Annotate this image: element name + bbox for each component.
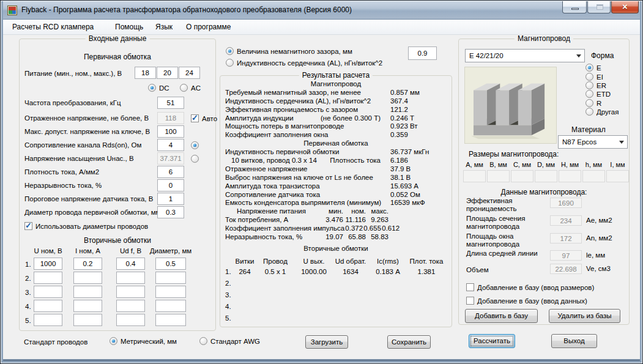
add-to-db-data-checkbox[interactable]: Добавление в базу (ввод данных) <box>466 296 587 305</box>
supply-min-input[interactable] <box>135 67 156 79</box>
e-core-illustration <box>465 67 556 143</box>
dim-input-h2[interactable] <box>582 170 605 182</box>
add-to-db-button[interactable]: Добавить в базу <box>465 309 538 323</box>
secondary-udf-input[interactable] <box>116 286 145 298</box>
auto-checkbox[interactable]: Авто <box>191 114 217 123</box>
secondary-u-input[interactable] <box>34 314 62 326</box>
exit-button[interactable]: Выход <box>551 334 597 348</box>
window-bottom-border <box>1 359 642 363</box>
row-number: 3. <box>25 289 31 296</box>
secondary-udf-input[interactable] <box>116 258 145 270</box>
primary-wire-diameter-input[interactable] <box>157 206 184 218</box>
rds-on-input[interactable] <box>157 139 184 151</box>
gap-size-radio-circle <box>226 47 234 55</box>
frequency-input[interactable] <box>157 97 184 109</box>
secondary-udf-input[interactable] <box>116 314 145 326</box>
dim-input-c[interactable] <box>511 170 533 182</box>
menu-language[interactable]: Язык <box>152 20 176 34</box>
secondary-i-input[interactable] <box>73 272 102 284</box>
secondary-u-input[interactable] <box>34 272 62 284</box>
secondary-i-input[interactable] <box>73 258 102 270</box>
core-select[interactable]: E 42/21/20 <box>465 49 585 62</box>
core-data-label: Данные магнитопровода: <box>459 188 629 196</box>
secondary-u-input[interactable] <box>34 300 62 312</box>
material-select[interactable]: N87 Epcos <box>558 135 628 149</box>
row-number: 1. <box>25 261 31 268</box>
gap-size-radio[interactable]: Величина немагнитного зазора, мм <box>226 46 352 56</box>
use-diameters-checkbox[interactable]: Использовать диаметры проводов <box>24 221 148 231</box>
delete-from-db-button[interactable]: Удалить из базы <box>549 309 620 323</box>
secondary-results-row: 3. <box>225 289 447 301</box>
al-radio-circle <box>226 59 234 67</box>
core-data-row-label: Объем <box>466 266 551 274</box>
col-header-udf: Ud f, В <box>116 247 145 254</box>
dim-input-b[interactable] <box>487 170 510 182</box>
gap-value-input[interactable] <box>408 46 437 60</box>
supply-nom-input[interactable] <box>157 67 178 79</box>
minimize-button[interactable] <box>562 1 587 13</box>
supply-max-input[interactable] <box>179 67 200 79</box>
maximize-button[interactable] <box>587 1 611 13</box>
result-row: Эффективная проницаемость с зазором121.2 <box>225 106 447 114</box>
awg-radio[interactable]: Стандарт AWG <box>199 336 260 346</box>
ac-radio[interactable]: AC <box>180 83 201 92</box>
save-button[interactable]: Сохранить <box>387 335 431 349</box>
shape-radio-er[interactable]: ER <box>585 81 606 90</box>
results-primary-title: Первичная обмотка <box>225 139 447 148</box>
menu-rcd-calculations[interactable]: Расчеты RCD клампера <box>9 20 97 34</box>
secondary-d-input[interactable] <box>155 258 186 270</box>
result-row: Сопротивление датчика тока0.052 Ом <box>225 191 447 199</box>
current-density-input[interactable] <box>157 166 184 178</box>
menu-about[interactable]: О программе <box>182 20 234 34</box>
secondary-udf-input[interactable] <box>116 300 145 312</box>
wire-standard-label: Стандарт проводов <box>24 338 87 346</box>
dc-radio[interactable]: DC <box>148 83 169 92</box>
secondary-d-input[interactable] <box>155 314 186 326</box>
secondary-results-row: 5. <box>225 313 447 324</box>
close-button[interactable]: × <box>611 1 639 13</box>
shape-radio-etd[interactable]: ETD <box>585 89 611 98</box>
al-radio[interactable]: Индуктивность сердечника (AL), нГн/виток… <box>226 58 382 67</box>
secondary-results-row: 1. 264 0.5 x 1 1000.00 1634 0.183 А 1.38… <box>225 266 447 278</box>
secondary-i-input[interactable] <box>73 286 102 298</box>
param-row: Макс. допуст. напряжение на ключе, В <box>24 125 212 138</box>
material-label: Материал <box>571 125 606 134</box>
supply-table-row: Ток потребления, А 3.476 11.116 9.263 <box>225 216 447 225</box>
row-number: 5. <box>25 317 31 324</box>
shape-radio-r[interactable]: R <box>585 98 601 108</box>
supply-label: Питание (мин., ном., макс.), В <box>24 70 122 77</box>
results-body: Магнитопровод Требуемый немагнитный зазо… <box>220 76 452 327</box>
input-data-groupbox: Входные данные Первичная обмотка Питание… <box>19 39 216 331</box>
metric-radio[interactable]: Метрический, мм <box>110 336 177 346</box>
saturation-voltage-radio[interactable] <box>191 154 199 163</box>
rds-on-radio[interactable] <box>191 141 199 150</box>
dim-input-a[interactable] <box>463 170 486 182</box>
supply-table-row: Неразрывность тока, % 19.07 65.88 58.83 <box>225 233 447 242</box>
sense-threshold-input[interactable] <box>157 193 184 205</box>
mean-path-length-value <box>550 250 582 261</box>
secondary-i-input[interactable] <box>73 300 102 312</box>
result-row: Емкость конденсатора выпрямителя (миниму… <box>225 199 447 207</box>
secondary-u-input[interactable] <box>34 286 62 298</box>
secondary-i-input[interactable] <box>73 314 102 326</box>
shape-radio-ei[interactable]: EI <box>585 72 603 81</box>
load-button[interactable]: Загрузить <box>305 335 348 349</box>
dim-input-h1[interactable] <box>559 170 581 182</box>
calculate-button[interactable]: Рассчитать <box>469 334 515 348</box>
secondary-d-input[interactable] <box>155 286 186 298</box>
volume-value <box>550 264 582 274</box>
current-continuity-input[interactable] <box>157 179 184 191</box>
menu-help[interactable]: Помощь <box>111 20 147 34</box>
max-switch-voltage-input[interactable] <box>157 125 184 138</box>
shape-radio-e[interactable]: E <box>585 63 601 72</box>
dim-input-i[interactable] <box>606 170 629 182</box>
dim-input-d[interactable] <box>535 170 557 182</box>
menu-bar: Расчеты RCD клампера Помощь Язык О прогр… <box>1 20 642 35</box>
shape-radio-other[interactable]: Другая <box>585 107 619 116</box>
add-to-db-dims-checkbox[interactable]: Добавление в базу (ввод размеров) <box>466 283 594 292</box>
secondary-udf-input[interactable] <box>116 272 145 284</box>
reflected-voltage-input <box>157 112 184 124</box>
secondary-u-input[interactable] <box>34 258 62 270</box>
secondary-d-input[interactable] <box>155 300 186 312</box>
secondary-d-input[interactable] <box>155 272 186 284</box>
